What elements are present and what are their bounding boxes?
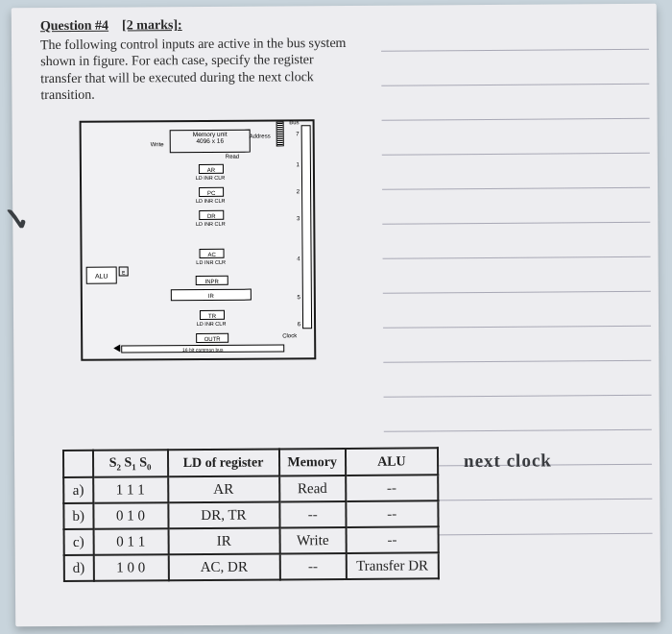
cell-memory: -- [279,501,346,527]
ctrl-label: LD INR CLR [171,321,252,328]
row-letter: c) [64,529,94,555]
reg-dr: DR [199,210,224,220]
bus-num: 7 [296,131,299,136]
cell-select: 1 1 1 [93,476,168,503]
address-label: Address [250,133,271,138]
bus-label: Bus [289,119,299,125]
ctrl-label: LD INR CLR [170,221,251,228]
table-row: a) 1 1 1 AR Read -- [63,475,438,503]
reg-pc: PC [199,187,224,197]
bus-num: 3 [297,215,300,221]
arrow-icon [113,345,120,353]
read-label: Read [226,154,239,159]
page-photo: Question #4 [2 marks]: The following con… [12,4,660,627]
row-letter: a) [63,477,93,503]
check-icon: ✓ [3,200,30,238]
common-bus-label: 16-bit common bus [121,344,284,353]
question-header: Question #4 [2 marks]: The following con… [40,15,348,104]
cell-memory: Write [279,527,346,553]
memory-line2: 4096 x 16 [171,137,250,145]
row-letter: b) [63,503,93,529]
cell-select: 0 1 1 [93,528,168,555]
cell-ld: AR [168,476,279,502]
cell-memory: Read [279,476,346,501]
reg-ac: AC [200,249,225,258]
answer-table: S2 S1 S0 LD of register Memory ALU a) 1 … [62,447,440,582]
cell-ld: AC, DR [168,553,279,580]
header-select: S2 S1 S0 [92,450,167,476]
mux-icon [276,121,284,146]
table-row: b) 0 1 0 DR, TR -- -- [63,500,438,529]
corner-cell [63,451,93,477]
bus-system-diagram: Bus 7 1 2 3 4 5 6 Memory unit 4096 x 16 … [80,119,317,361]
cell-alu: Transfer DR [347,552,439,579]
table-row: d) 1 0 0 AC, DR -- Transfer DR [64,552,439,581]
handwritten-note: next clock [464,450,552,472]
cell-alu: -- [346,475,438,501]
header-ld: LD of register [167,449,278,476]
header-memory: Memory [278,449,346,476]
table-row: c) 0 1 1 IR Write -- [64,526,439,555]
bus-num: 4 [297,256,300,261]
reg-tr: TR [200,310,225,320]
reg-ir: IR [171,289,252,302]
bus-num: 5 [298,294,300,300]
cell-select: 1 0 0 [93,554,168,581]
row-letter: d) [64,555,94,581]
reg-inpr: INPR [196,276,228,285]
header-alu: ALU [346,448,438,475]
cell-select: 0 1 0 [93,502,168,529]
ctrl-label: LD INR CLR [171,259,252,266]
memory-unit: Memory unit 4096 x 16 [170,130,251,154]
ctrl-label: LD INR CLR [170,175,251,182]
bus-num: 6 [298,321,300,327]
bus-num: 1 [297,161,300,167]
cell-ld: DR, TR [168,501,279,528]
question-body: The following control inputs are active … [40,34,348,103]
cell-alu: -- [346,500,438,527]
ctrl-label: LD INR CLR [170,198,251,205]
cell-ld: IR [168,527,279,554]
reg-ar: AR [199,164,224,174]
write-label: Write [151,141,164,147]
e-register: E [119,267,129,277]
question-marks: [2 marks]: [122,17,182,32]
table-header-row: S2 S1 S0 LD of register Memory ALU [63,448,438,477]
alu-block: ALU [86,267,117,284]
cell-alu: -- [346,526,438,553]
question-number: Question #4 [40,18,108,33]
clock-label: Clock [282,332,297,338]
bus-num: 2 [297,188,300,194]
bus-strip [301,125,312,329]
reg-outr: OUTR [196,333,228,343]
cell-memory: -- [279,553,346,579]
